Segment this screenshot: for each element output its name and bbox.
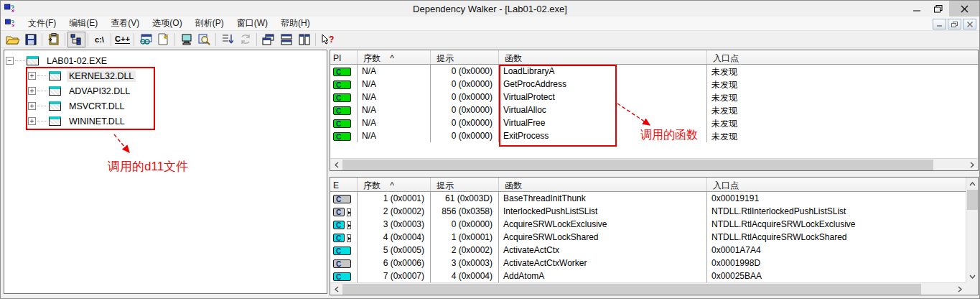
close-button[interactable] [949,1,979,17]
scroll-left-icon[interactable] [330,159,342,171]
tree-connector [37,75,47,76]
expand-icon[interactable]: + [28,72,36,80]
menu-window[interactable]: 窗口(W) [230,16,274,31]
export-ordinal: 5 (0x0005) [358,244,431,257]
refresh-button-disabled [236,32,254,47]
export-ordinal: 2 (0x0002) [358,205,431,218]
scrollbar-thumb[interactable] [342,160,933,170]
scrollbar-thumb[interactable] [967,190,978,210]
system-info-button[interactable] [177,32,195,47]
toolbar-separator [215,33,216,46]
scroll-right-icon[interactable] [953,283,966,295]
menu-edit[interactable]: 编辑(E) [62,16,104,31]
paste-button[interactable] [45,32,62,47]
scroll-right-icon[interactable] [966,159,978,171]
column-header-entrypoint[interactable]: 入口点 [707,178,966,191]
export-entrypoint: NTDLL.RtlInterlockedPushListSList [707,205,966,218]
export-row[interactable]: C 4 (0x0004) 1 (0x0001) AcquireSRWLockSh… [330,231,966,244]
properties-button[interactable] [154,32,172,47]
column-header-hint[interactable]: 提示 [431,50,499,64]
expand-icon[interactable]: + [28,117,36,125]
scroll-down-icon[interactable] [966,270,979,282]
c-import-icon: C [333,106,351,115]
import-function: VirtualFree [499,116,707,129]
import-hint: 0 (0x0000) [431,78,499,91]
tree-connector [37,91,47,91]
module-icon [49,116,61,126]
column-header-e[interactable]: E [330,178,358,191]
column-header-function[interactable]: 函数 [499,50,707,64]
open-button[interactable] [4,32,22,47]
tree-item-root[interactable]: − LAB01-02.EXE [4,53,327,68]
export-row[interactable]: C 1 (0x0001) 61 (0x003D) BaseThreadInitT… [330,192,966,205]
import-row[interactable]: C N/A 0 (0x0000) VirtualFree 未发现 [330,116,978,129]
mdi-restore-button[interactable] [948,19,961,29]
external-viewer-button[interactable] [136,32,154,47]
import-row[interactable]: C N/A 0 (0x0000) VirtualProtect 未发现 [330,91,978,104]
import-row[interactable]: C N/A 0 (0x0000) ExitProcess 未发现 [330,129,978,142]
forwarded-function-icon [347,234,351,242]
mdi-minimize-button[interactable] [933,19,946,29]
imports-horizontal-scrollbar[interactable] [330,158,978,170]
import-row[interactable]: C N/A 0 (0x0000) VirtualAlloc 未发现 [330,104,978,116]
column-header-function[interactable]: 函数 [499,178,707,191]
export-row[interactable]: C 5 (0x0005) 2 (0x0002) ActivateActCtx 0… [330,244,966,257]
tile-vertical-button[interactable] [295,32,313,47]
import-entrypoint: 未发现 [707,104,978,116]
menu-options[interactable]: 选项(O) [146,16,188,31]
save-button[interactable] [22,32,39,47]
export-row[interactable]: C 2 (0x0002) 856 (0x0358) InterlockedPus… [330,205,966,218]
scroll-up-icon[interactable] [966,178,979,190]
export-row[interactable]: C 6 (0x0006) 3 (0x0003) ActivateActCtxWo… [330,257,966,270]
column-header-ordinal[interactable]: 序数 ^ [358,178,431,191]
export-function: BaseThreadInitThunk [499,192,707,205]
c-export-forward-icon: C [333,221,345,229]
full-paths-button[interactable]: c:\ [90,32,108,47]
tile-horizontal-button[interactable] [277,32,295,47]
export-entrypoint: NTDLL.RtlAcquireSRWLockShared [707,231,966,244]
menu-view[interactable]: 查看(V) [104,16,146,31]
import-row[interactable]: C N/A 0 (0x0000) GetProcAddress 未发现 [330,78,978,91]
tree-item-advapi32[interactable]: + ADVAPI32.DLL [4,83,327,98]
toolbar-separator [174,33,175,46]
cascade-windows-button[interactable] [259,32,277,47]
restore-button[interactable] [928,1,949,17]
module-icon [49,86,61,96]
minimize-button[interactable] [906,1,928,17]
help-button[interactable]: ? [318,32,336,47]
menu-file[interactable]: 文件(F) [22,16,62,31]
export-hint: 61 (0x003D) [431,192,499,205]
exports-horizontal-scrollbar[interactable] [330,282,966,295]
column-header-ordinal[interactable]: 序数 ^ [358,50,431,64]
mdi-close-button[interactable] [963,19,976,29]
tree-item-label: MSVCRT.DLL [67,101,127,112]
tree-item-msvcrt[interactable]: + MSVCRT.DLL [4,98,327,114]
export-row[interactable]: C 3 (0x0003) 0 (0x0000) AcquireSRWLockEx… [330,218,966,231]
menu-help[interactable]: 帮助(H) [274,16,317,31]
export-row[interactable]: C 7 (0x0007) 4 (0x0004) AddAtomA 0x00025… [330,270,966,282]
view-tree-button[interactable] [67,32,85,47]
title-bar[interactable]: Dependency Walker - [Lab01-02.exe] [1,1,979,17]
menu-profile[interactable]: 剖析(P) [189,16,230,31]
column-header-pi[interactable]: PI [330,50,358,64]
scroll-left-icon[interactable] [330,283,342,295]
tree-item-wininet[interactable]: + WININET.DLL [4,114,327,129]
expand-icon[interactable]: + [28,102,36,110]
export-hint: 3 (0x0003) [431,257,499,270]
import-ordinal: N/A [358,104,431,116]
svg-text:?: ? [329,34,334,45]
exports-vertical-scrollbar[interactable] [966,178,978,282]
import-function: LoadLibraryA [499,65,707,78]
column-header-entrypoint[interactable]: 入口点 [707,50,978,64]
search-button[interactable] [195,32,213,47]
column-header-hint[interactable]: 提示 [431,178,499,191]
scrollbar-thumb[interactable] [342,284,921,295]
expand-icon[interactable]: + [28,87,36,95]
sort-button[interactable] [218,32,236,47]
collapse-icon[interactable]: − [6,57,14,65]
export-entrypoint: 0x00025BAA [707,270,966,282]
import-row[interactable]: C N/A 0 (0x0000) LoadLibraryA 未发现 [330,65,978,78]
tree-item-kernel32[interactable]: + KERNEL32.DLL [4,68,327,83]
module-tree-panel: − LAB01-02.EXE + KERNEL32.DLL + ADVAPI32… [4,50,327,294]
undecorate-button[interactable]: C++ [113,32,131,47]
